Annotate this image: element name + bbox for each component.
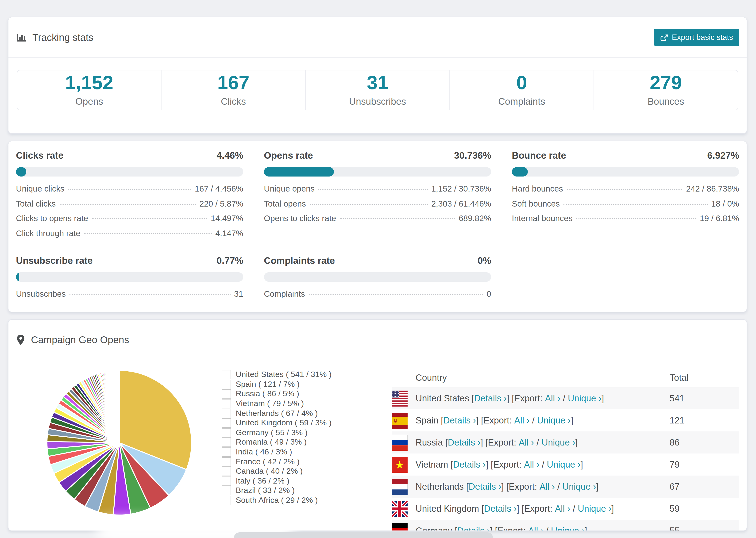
rate-row-label: Soft bounces	[512, 199, 560, 209]
details-link[interactable]: Details ›	[474, 393, 507, 404]
rate-progress-fill	[512, 167, 527, 177]
campaign-stats-page: Tracking stats Export basic stats 1,152O…	[0, 0, 756, 538]
legend-label: Italy ( 36 / 2% )	[236, 476, 290, 486]
export-unique-link[interactable]: Unique ›	[578, 504, 612, 514]
details-link[interactable]: Details ›	[453, 459, 486, 470]
rate-value: 30.736%	[454, 150, 491, 161]
dotted-leader	[576, 218, 696, 219]
rate-row: Unsubscribes31	[16, 289, 243, 299]
legend-item: Spain ( 121 / 7% )	[222, 380, 387, 389]
dotted-leader	[70, 294, 230, 295]
export-all-link[interactable]: All ›	[514, 415, 529, 426]
rate-row-value: 242 / 86.738%	[686, 184, 739, 194]
geo-body: United States ( 541 / 31% )Spain ( 121 /…	[9, 360, 747, 531]
legend-label: United States ( 541 / 31% )	[236, 370, 332, 380]
summary-cell-bounces: 279Bounces	[594, 71, 738, 110]
summary-cell-unsubscribes: 31Unsubscribes	[305, 71, 449, 110]
country-cell: Netherlands [Details ›] [Export: All › /…	[392, 479, 670, 495]
table-row-ru: Russia [Details ›] [Export: All › / Uniq…	[392, 431, 739, 454]
rate-row-label: Unique opens	[264, 184, 315, 194]
rate-rows: Hard bounces242 / 86.738%Soft bounces18 …	[512, 184, 739, 224]
vn-flag-icon	[392, 457, 407, 472]
details-link[interactable]: Details ›	[469, 481, 501, 492]
total-cell: 59	[670, 504, 739, 514]
export-button-label: Export basic stats	[672, 33, 733, 42]
legend-label: Russia ( 86 / 5% )	[236, 389, 299, 399]
legend-swatch	[222, 486, 231, 496]
dotted-leader	[310, 203, 428, 204]
export-unique-link[interactable]: Unique ›	[541, 437, 575, 448]
legend-swatch	[222, 389, 231, 399]
rate-row-label: Opens to clicks rate	[264, 214, 336, 224]
horizontal-scrollbar-thumb[interactable]	[234, 532, 493, 538]
legend-label: Netherlands ( 67 / 4% )	[236, 409, 318, 418]
rate-row-label: Clicks to opens rate	[16, 214, 88, 224]
rate-progress-track	[264, 272, 491, 282]
rate-row-label: Internal bounces	[512, 214, 573, 224]
rate-value: 0%	[477, 255, 491, 266]
export-all-link[interactable]: All ›	[524, 459, 539, 470]
geo-legend: United States ( 541 / 31% )Spain ( 121 /…	[222, 368, 387, 531]
legend-swatch	[222, 476, 231, 486]
dotted-leader	[340, 218, 455, 219]
details-link[interactable]: Details ›	[484, 504, 517, 514]
details-link[interactable]: Details ›	[443, 415, 476, 426]
rate-value: 0.77%	[217, 255, 243, 266]
summary-value: 31	[367, 73, 388, 92]
total-cell: 55	[670, 525, 739, 531]
rate-block-unsubscribe-rate: Unsubscribe rate0.77%Unsubscribes31	[16, 255, 243, 299]
summary-cell-clicks: 167Clicks	[161, 71, 305, 110]
export-unique-link[interactable]: Unique ›	[568, 393, 602, 404]
export-all-link[interactable]: All ›	[540, 481, 555, 492]
legend-item: Russia ( 86 / 5% )	[222, 389, 387, 399]
summary-value: 167	[217, 73, 249, 92]
total-column-header: Total	[670, 373, 739, 383]
export-all-link[interactable]: All ›	[528, 525, 543, 531]
legend-label: Vietnam ( 79 / 5% )	[236, 399, 304, 408]
legend-swatch	[222, 438, 231, 447]
rate-progress-track	[16, 167, 243, 177]
export-all-link[interactable]: All ›	[545, 393, 560, 404]
legend-item: Canada ( 40 / 2% )	[222, 467, 387, 476]
rate-row-label: Total clicks	[16, 199, 56, 209]
legend-label: Canada ( 40 / 2% )	[236, 467, 303, 476]
export-basic-stats-button[interactable]: Export basic stats	[654, 28, 739, 46]
export-unique-link[interactable]: Unique ›	[562, 481, 596, 492]
geo-pie-chart	[45, 368, 193, 517]
rate-row: Unique clicks167 / 4.456%	[16, 184, 243, 194]
page-title: Tracking stats	[32, 32, 93, 43]
pie-slice[interactable]	[119, 370, 119, 443]
rate-title: Complaints rate	[264, 255, 335, 266]
legend-label: United Kingdom ( 59 / 3% )	[236, 418, 332, 428]
export-all-link[interactable]: All ›	[555, 504, 570, 514]
export-unique-link[interactable]: Unique ›	[537, 415, 571, 426]
legend-item: Italy ( 36 / 2% )	[222, 476, 387, 486]
ru-flag-icon	[392, 435, 407, 451]
rate-progress-track	[512, 167, 739, 177]
rate-heading: Opens rate30.736%	[264, 150, 491, 161]
legend-item: Netherlands ( 67 / 4% )	[222, 409, 387, 418]
details-link[interactable]: Details ›	[448, 437, 480, 448]
country-column-header: Country	[392, 373, 670, 383]
legend-label: South Africa ( 29 / 2% )	[236, 496, 318, 505]
rate-row-label: Unsubscribes	[16, 289, 66, 299]
geo-table-header: Country Total	[392, 368, 739, 387]
total-cell: 79	[670, 459, 739, 470]
legend-item: Vietnam ( 79 / 5% )	[222, 399, 387, 409]
rate-row-label: Hard bounces	[512, 184, 563, 194]
dotted-leader	[84, 233, 212, 234]
rate-title: Unsubscribe rate	[16, 255, 93, 266]
rate-heading: Clicks rate4.46%	[16, 150, 243, 161]
export-unique-link[interactable]: Unique ›	[551, 525, 585, 531]
pie-svg	[45, 368, 193, 517]
legend-item: South Africa ( 29 / 2% )	[222, 496, 387, 505]
rate-rows: Unique opens1,152 / 30.736%Total opens2,…	[264, 184, 491, 224]
table-row-us: United States [Details ›] [Export: All ›…	[392, 387, 739, 409]
export-unique-link[interactable]: Unique ›	[547, 459, 581, 470]
details-link[interactable]: Details ›	[457, 525, 490, 531]
rates-grid: Clicks rate4.46%Unique clicks167 / 4.456…	[9, 141, 747, 308]
rate-row: Clicks to opens rate14.497%	[16, 214, 243, 224]
table-row-gb: United Kingdom [Details ›] [Export: All …	[392, 498, 739, 520]
export-all-link[interactable]: All ›	[519, 437, 534, 448]
legend-swatch	[222, 496, 231, 505]
